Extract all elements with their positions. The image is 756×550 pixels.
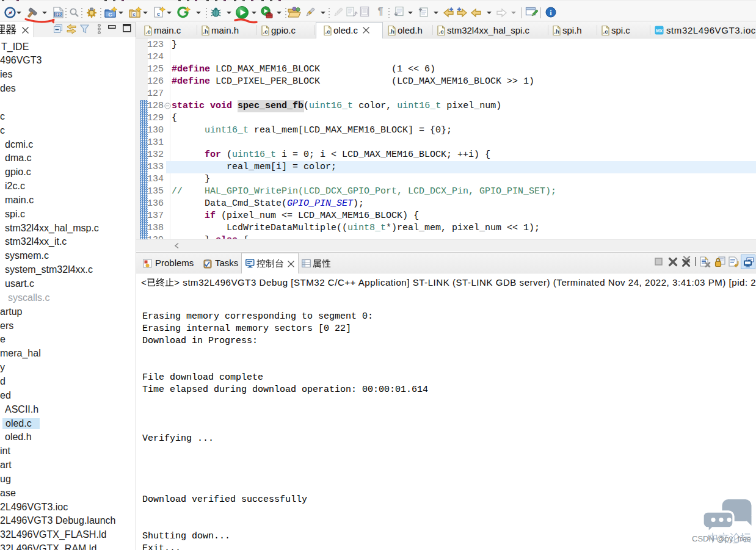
svg-text:.c: .c [325,28,330,35]
svg-text:c: c [157,11,160,17]
svg-text:c: c [133,12,136,16]
svg-text:.c: .c [603,28,608,35]
svg-text:C: C [108,12,112,18]
svg-text:.h: .h [389,28,394,35]
svg-text:.c: .c [263,28,268,35]
svg-text:.c: .c [439,28,444,35]
svg-text:.h: .h [554,28,559,35]
svg-text:010: 010 [55,12,62,16]
svg-text:.h: .h [203,28,208,35]
svg-text:MX: MX [656,28,663,34]
svg-text:.c: .c [146,28,151,35]
